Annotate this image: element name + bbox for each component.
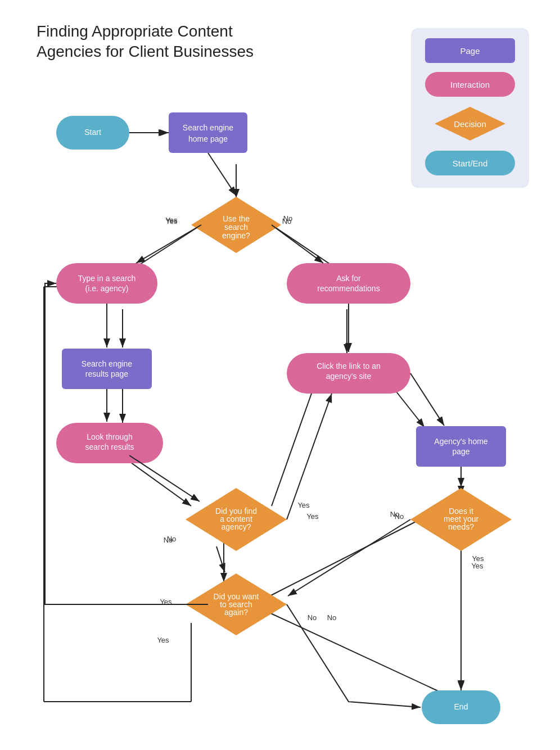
- yes-find-label: Yes: [306, 512, 319, 521]
- use-search-node: Use the: [223, 214, 250, 223]
- look-through-node2: search results: [85, 442, 134, 451]
- svg-line-48: [288, 519, 410, 596]
- yes-needs-label: Yes: [471, 562, 484, 570]
- type-search-node: Type in a search: [78, 274, 136, 283]
- search-again-node3: again?: [224, 608, 248, 617]
- svg-line-43: [129, 455, 200, 501]
- svg-line-45: [410, 373, 444, 426]
- search-home-node: Search engine: [183, 123, 234, 132]
- serp-node2: results page: [85, 369, 128, 378]
- start-node: Start: [84, 128, 101, 137]
- svg-rect-24: [169, 112, 247, 153]
- agency-home-node: Agency's home: [434, 437, 487, 446]
- look-through-node: Look through: [87, 432, 133, 441]
- use-search-node2: search: [224, 223, 248, 232]
- svg-line-37: [208, 153, 236, 196]
- yes-label-2: Yes: [160, 598, 172, 606]
- legend-decision-label: Decision: [454, 119, 486, 129]
- use-search-node3: engine?: [222, 231, 250, 240]
- find-agency-node3: agency?: [222, 522, 251, 531]
- agency-home-node2: page: [452, 447, 469, 456]
- svg-line-20: [258, 607, 461, 702]
- yes-search-label: Yes: [165, 216, 178, 224]
- click-link-node2: agency's site: [326, 372, 372, 381]
- ask-recs-node: Ask for: [336, 274, 361, 283]
- type-search-node2: (i.e. agency): [85, 284, 128, 293]
- end-node: End: [454, 702, 468, 711]
- click-link-node: Click the link to an: [317, 362, 381, 371]
- yes-label-search-again: Yes: [157, 636, 169, 644]
- serp-node: Search engine: [82, 359, 133, 368]
- search-home-node2: home page: [188, 134, 228, 143]
- meets-needs-node3: needs?: [448, 522, 474, 531]
- no-needs-label: No: [390, 510, 400, 518]
- no-search-label: No: [283, 214, 293, 223]
- svg-line-10: [272, 384, 315, 506]
- svg-line-14: [270, 519, 420, 596]
- no-label-2: No: [308, 613, 317, 622]
- svg-line-44: [287, 394, 332, 519]
- no-find-label: No: [164, 536, 173, 544]
- ask-recs-node2: recommendations: [317, 284, 380, 293]
- svg-line-38: [136, 225, 201, 263]
- svg-line-9: [123, 457, 191, 506]
- no-label-search-again: No: [327, 613, 337, 622]
- yes-label-find-agency: Yes: [297, 501, 310, 509]
- svg-line-39: [272, 225, 323, 263]
